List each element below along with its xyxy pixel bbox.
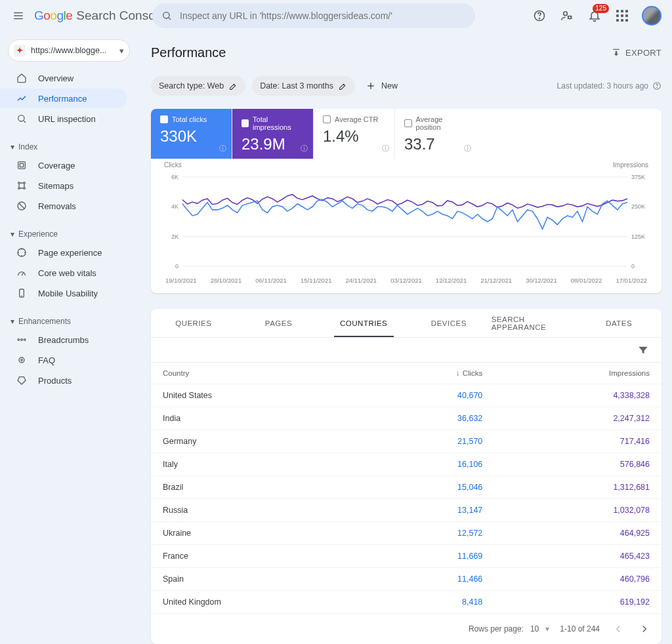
sidebar-group-experience[interactable]: ▾Experience xyxy=(0,226,138,242)
sidebar-group-enhancements[interactable]: ▾Enhancements xyxy=(0,313,138,329)
table-row[interactable]: Germany21,570717,416 xyxy=(151,430,662,453)
menu-icon[interactable] xyxy=(10,8,26,24)
chevron-down-icon: ▾ xyxy=(10,142,14,151)
help-icon[interactable]: ⓘ xyxy=(382,144,389,153)
chevron-down-icon: ▾ xyxy=(10,230,14,239)
svg-text:0: 0 xyxy=(631,263,635,270)
table-card: QUERIESPAGESCOUNTRIESDEVICESSEARCH APPEA… xyxy=(151,309,662,644)
sidebar-group-index[interactable]: ▾Index xyxy=(0,139,138,155)
chevron-down-icon[interactable]: ▾ xyxy=(545,624,549,634)
metric-avg-ctr[interactable]: Average CTR 1.4% ⓘ xyxy=(314,109,395,159)
export-button[interactable]: EXPORT xyxy=(611,47,662,58)
product-logo: Google Search Console xyxy=(34,9,165,23)
notifications-icon[interactable]: 125 xyxy=(587,8,602,24)
svg-line-18 xyxy=(19,203,24,209)
table-row[interactable]: Spain11,466460,796 xyxy=(151,568,662,591)
svg-point-7 xyxy=(564,12,568,16)
sidebar-item-core-web-vitals[interactable]: Core web vitals xyxy=(0,263,127,283)
table-row[interactable]: Brazil15,0461,312,681 xyxy=(151,476,662,499)
user-management-icon[interactable] xyxy=(559,8,575,24)
tab-search-appearance[interactable]: SEARCH APPEARANCE xyxy=(492,309,577,337)
sidebar-item-overview[interactable]: Overview xyxy=(0,68,127,88)
property-selector[interactable]: ✦ https://www.blogge... ▾ xyxy=(8,39,130,62)
url-inspect-search[interactable] xyxy=(152,3,475,28)
metric-total-impressions[interactable]: ✓Total impressions 23.9M ⓘ xyxy=(232,109,314,159)
sidebar-item-url-inspection[interactable]: URL inspection xyxy=(0,109,127,129)
performance-card: ✓Total clicks 330K ⓘ ✓Total impressions … xyxy=(151,109,662,293)
chevron-down-icon: ▾ xyxy=(10,317,14,326)
next-page-button[interactable] xyxy=(637,621,652,637)
table-row[interactable]: Ukraine12,572464,925 xyxy=(151,522,662,545)
svg-text:125K: 125K xyxy=(631,233,645,240)
svg-text:375K: 375K xyxy=(631,174,645,180)
svg-point-25 xyxy=(24,339,26,341)
add-filter-button[interactable]: New xyxy=(366,81,398,91)
nav-icon xyxy=(14,288,29,298)
property-favicon: ✦ xyxy=(14,45,26,56)
tab-pages[interactable]: PAGES xyxy=(236,309,322,337)
svg-point-31 xyxy=(657,87,658,88)
filter-row: Search type: Web Date: Last 3 months New… xyxy=(151,76,662,96)
svg-point-15 xyxy=(18,188,20,190)
account-avatar[interactable] xyxy=(642,6,662,26)
sidebar-item-sitemaps[interactable]: Sitemaps xyxy=(0,176,127,195)
help-icon[interactable]: ⓘ xyxy=(301,144,308,153)
metric-total-clicks[interactable]: ✓Total clicks 330K ⓘ xyxy=(151,109,232,159)
table-row[interactable]: Italy16,106576,846 xyxy=(151,453,662,476)
table-row[interactable]: France11,669465,423 xyxy=(151,545,662,568)
property-name: https://www.blogge... xyxy=(31,46,119,55)
sidebar-item-mobile-usability[interactable]: Mobile Usability xyxy=(0,283,127,303)
table-row[interactable]: United Kingdom8,418619,192 xyxy=(151,591,662,614)
left-axis-label: Clicks xyxy=(164,161,182,169)
sidebar-item-products[interactable]: Products xyxy=(0,371,127,390)
rows-per-page-value[interactable]: 10 xyxy=(530,624,539,634)
tab-devices[interactable]: DEVICES xyxy=(406,309,492,337)
tab-dates[interactable]: DATES xyxy=(576,309,662,337)
svg-line-20 xyxy=(22,273,24,275)
svg-text:6K: 6K xyxy=(171,174,178,180)
help-icon[interactable] xyxy=(652,81,662,91)
table-row[interactable]: Russia13,1471,032,078 xyxy=(151,499,662,522)
filter-icon[interactable] xyxy=(635,342,651,358)
table-footer: Rows per page: 10 ▾ 1-10 of 244 xyxy=(151,614,662,644)
svg-point-16 xyxy=(24,188,26,190)
help-icon[interactable]: ⓘ xyxy=(219,144,226,153)
plus-icon xyxy=(366,81,376,91)
col-clicks[interactable]: ↓Clicks xyxy=(364,363,495,384)
tab-countries[interactable]: COUNTRIES xyxy=(321,309,406,337)
table-row[interactable]: United States40,6704,338,328 xyxy=(151,384,662,407)
chip-date-range[interactable]: Date: Last 3 months xyxy=(252,76,355,96)
main-content: Performance EXPORT Search type: Web Date… xyxy=(138,31,672,644)
apps-icon[interactable] xyxy=(614,8,630,24)
sidebar-item-page-experience[interactable]: Page experience xyxy=(0,243,127,262)
table-row[interactable]: India36,6322,247,312 xyxy=(151,407,662,430)
topbar: Google Search Console 125 xyxy=(0,0,672,31)
dimension-tabs: QUERIESPAGESCOUNTRIESDEVICESSEARCH APPEA… xyxy=(151,309,662,338)
col-country[interactable]: Country xyxy=(151,363,364,384)
chip-search-type[interactable]: Search type: Web xyxy=(151,76,245,96)
rows-per-page-label: Rows per page: xyxy=(469,624,524,634)
sidebar-item-breadcrumbs[interactable]: Breadcrumbs xyxy=(0,330,127,350)
sidebar: ✦ https://www.blogge... ▾ OverviewPerfor… xyxy=(0,31,138,644)
nav-icon xyxy=(14,113,29,124)
prev-page-button[interactable] xyxy=(610,621,626,637)
sidebar-item-coverage[interactable]: Coverage xyxy=(0,155,127,175)
sidebar-item-performance[interactable]: Performance xyxy=(0,89,127,108)
help-icon[interactable]: ⓘ xyxy=(464,144,471,153)
countries-table: Country ↓Clicks Impressions United State… xyxy=(151,363,662,614)
tab-queries[interactable]: QUERIES xyxy=(151,309,236,337)
help-icon[interactable] xyxy=(532,8,547,24)
svg-text:2K: 2K xyxy=(171,233,178,240)
col-impressions[interactable]: Impressions xyxy=(494,363,662,384)
metric-avg-position[interactable]: Average position 33.7 ⓘ xyxy=(395,109,476,159)
sidebar-item-removals[interactable]: Removals xyxy=(0,196,127,216)
pagination-range: 1-10 of 244 xyxy=(560,624,600,634)
url-inspect-input[interactable] xyxy=(178,10,466,22)
sidebar-item-faq[interactable]: FAQ xyxy=(0,350,127,370)
nav-icon xyxy=(14,73,29,83)
x-axis-ticks: 19/10/202128/10/202106/11/202115/11/2021… xyxy=(164,277,648,284)
svg-line-4 xyxy=(169,18,171,20)
svg-point-23 xyxy=(18,339,20,341)
nav-icon xyxy=(14,355,29,365)
svg-point-6 xyxy=(539,18,540,19)
